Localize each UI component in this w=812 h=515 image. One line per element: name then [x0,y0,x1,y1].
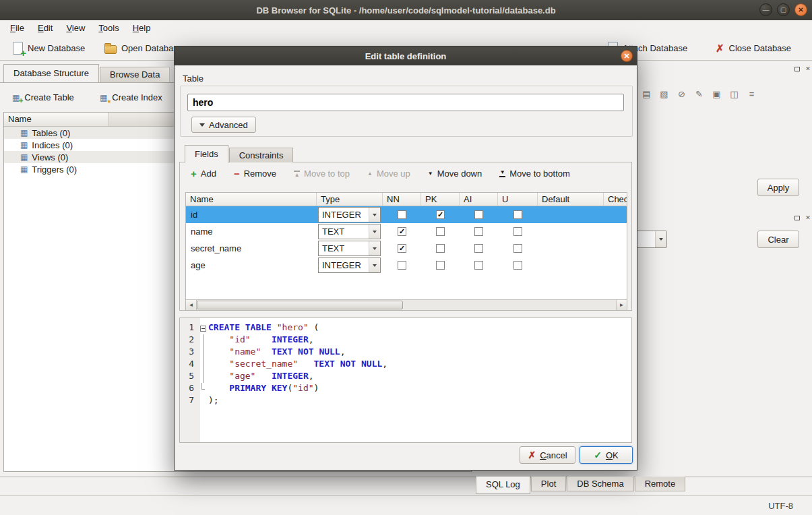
add-button[interactable]: +Add [187,166,220,181]
check-constraint-cell[interactable] [604,240,627,257]
chevron-down-icon[interactable] [369,208,380,222]
u-checkbox[interactable] [513,210,522,219]
menu-file[interactable]: File [3,22,31,34]
pk-checkbox[interactable] [436,261,445,270]
move-to-bottom-button[interactable]: ▼Move to bottom [495,166,574,181]
dock-icon-5[interactable]: ▣ [709,86,724,101]
tab-constraints[interactable]: Constraints [229,148,294,162]
advanced-toggle-button[interactable]: Advanced [191,117,256,133]
ok-button[interactable]: ✓ OK [580,446,633,464]
check-constraint-cell[interactable] [604,223,627,240]
tab-plot[interactable]: Plot [531,477,566,491]
type-combobox[interactable]: INTEGER [318,258,381,273]
nn-checkbox[interactable] [398,261,406,270]
scroll-left-icon[interactable]: ◄ [186,300,197,310]
check-constraint-cell[interactable] [604,257,627,274]
float-dock-icon[interactable] [793,65,801,73]
table-name-input[interactable] [187,94,624,111]
sql-token: CREATE TABLE [208,322,272,332]
tab-browse-data[interactable]: Browse Data [100,67,170,82]
column-header-ai[interactable]: AI [460,193,498,206]
nn-checkbox[interactable] [398,210,406,219]
default-cell[interactable] [538,206,604,223]
ai-checkbox[interactable] [474,244,483,253]
cancel-button[interactable]: ✗ Cancel [520,446,575,464]
new-database-button[interactable]: New Database [9,38,88,57]
dock-icon-3[interactable]: ⊘ [674,86,689,101]
menu-help[interactable]: Help [126,22,158,34]
column-header-check[interactable]: Check [604,193,627,206]
u-checkbox[interactable] [513,261,522,270]
u-checkbox[interactable] [513,227,522,236]
minimize-button[interactable]: — [759,3,772,16]
dialog-close-button[interactable]: ✕ [621,50,633,62]
tab-fields[interactable]: Fields [185,145,228,162]
chevron-down-icon[interactable] [369,258,380,272]
menu-tools[interactable]: Tools [92,22,125,34]
field-row-secret-name[interactable]: secret_nameTEXT✓ [186,240,627,257]
field-name-cell[interactable]: name [186,223,317,240]
create-table-button[interactable]: ▦ Create Table [7,88,80,107]
close-window-button[interactable]: ✕ [794,3,807,16]
scroll-right-icon[interactable]: ► [616,300,627,310]
type-combobox[interactable]: TEXT [318,224,381,239]
u-checkbox[interactable] [513,244,522,253]
float-dock-icon[interactable] [793,214,801,222]
tree-column-name[interactable]: Name [4,113,108,126]
field-row-name[interactable]: nameTEXT✓ [186,223,627,240]
field-row-id[interactable]: idINTEGER✓ [186,206,627,223]
default-cell[interactable] [538,223,604,240]
close-dock-icon[interactable]: ✕ [804,214,812,222]
field-name-cell[interactable]: secret_name [186,240,317,257]
scrollbar-track[interactable] [197,300,616,310]
field-name-cell[interactable]: age [186,257,317,274]
chevron-down-icon[interactable] [655,231,666,247]
column-header-pk[interactable]: PK [421,193,460,206]
default-cell[interactable] [538,240,604,257]
pk-checkbox[interactable]: ✓ [436,210,445,219]
tab-database-structure[interactable]: Database Structure [3,64,99,82]
scrollbar-thumb[interactable] [197,301,403,309]
column-header-type[interactable]: Type [317,193,383,206]
encoding-indicator[interactable]: UTF-8 [768,501,793,511]
field-name-cell[interactable]: id [186,206,317,223]
type-combobox[interactable]: TEXT [318,241,381,256]
remove-button[interactable]: −Remove [230,166,280,181]
apply-button[interactable]: Apply [757,179,799,196]
chevron-down-icon[interactable] [369,224,380,239]
create-index-button[interactable]: ▦ Create Index [94,88,168,107]
ai-checkbox[interactable] [474,210,483,219]
nn-checkbox[interactable]: ✓ [398,227,406,236]
type-combobox[interactable]: INTEGER [318,207,381,222]
ai-checkbox[interactable] [474,261,483,270]
column-header-default[interactable]: Default [538,193,604,206]
close-database-button[interactable]: ✗ Close Database [712,38,794,57]
nn-checkbox[interactable]: ✓ [398,244,406,253]
clear-button[interactable]: Clear [757,231,799,248]
fold-collapse-icon[interactable] [200,326,206,332]
column-header-u[interactable]: U [498,193,538,206]
menu-view[interactable]: View [59,22,92,34]
dock-icon-4[interactable]: ✎ [691,86,707,101]
menu-edit[interactable]: Edit [31,22,59,34]
field-row-age[interactable]: ageINTEGER [186,257,627,274]
move-down-button[interactable]: ▼Move down [424,166,486,181]
default-cell[interactable] [538,257,604,274]
check-constraint-cell[interactable] [604,206,627,223]
dock-icon-2[interactable]: ▧ [656,86,672,101]
ai-checkbox[interactable] [474,227,483,236]
column-header-nn[interactable]: NN [383,193,421,206]
maximize-button[interactable]: ▢ [777,3,790,16]
tab-sql-log[interactable]: SQL Log [476,477,530,494]
tab-remote[interactable]: Remote [635,477,686,491]
pk-checkbox[interactable] [436,244,445,253]
dock-icon-6[interactable]: ◫ [726,86,742,101]
dock-icon-7[interactable]: ≡ [744,86,759,101]
horizontal-scrollbar[interactable]: ◄ ► [186,299,627,310]
dock-icon-1[interactable]: ▤ [639,86,654,101]
tab-db-schema[interactable]: DB Schema [567,477,633,491]
column-header-name[interactable]: Name [186,193,317,206]
chevron-down-icon[interactable] [369,241,380,255]
pk-checkbox[interactable] [436,227,445,236]
close-dock-icon[interactable]: ✕ [804,65,812,73]
